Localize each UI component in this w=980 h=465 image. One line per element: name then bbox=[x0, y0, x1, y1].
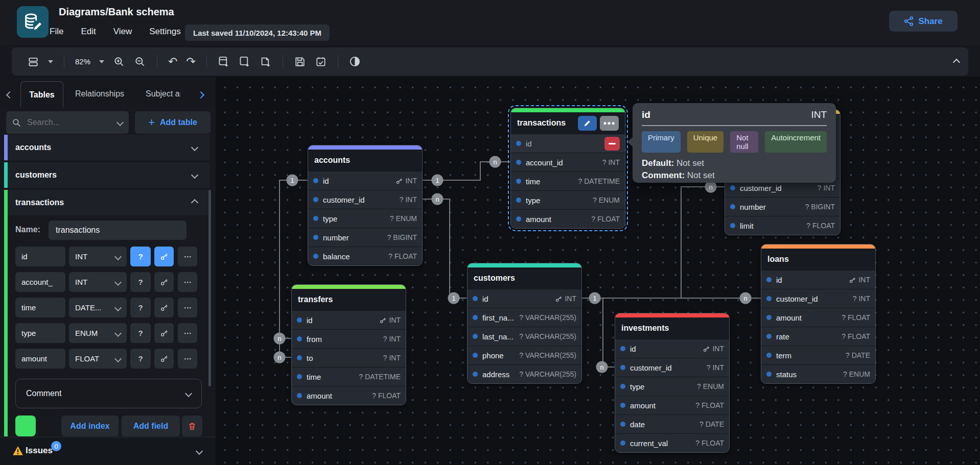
table-row[interactable]: amount? FLOAT bbox=[761, 308, 875, 327]
chevron-down-icon[interactable] bbox=[192, 170, 197, 180]
delete-field-button[interactable] bbox=[604, 137, 620, 151]
undo-icon[interactable]: ↶ bbox=[168, 56, 177, 67]
app-logo[interactable] bbox=[17, 6, 49, 38]
delete-table-button[interactable] bbox=[182, 415, 202, 436]
search-dropdown-icon[interactable] bbox=[116, 119, 124, 126]
connection-dot[interactable] bbox=[730, 204, 735, 209]
table-row[interactable]: number? BIGINT bbox=[725, 197, 840, 216]
table-row[interactable]: time? DATETIME bbox=[292, 367, 406, 386]
table-row[interactable]: first_na...? VARCHAR(255) bbox=[468, 308, 581, 327]
table-color-swatch[interactable] bbox=[15, 415, 36, 436]
canvas-table-transactions[interactable]: transactions ●●● id account_id? INT time… bbox=[510, 108, 625, 229]
table-row[interactable]: term? DATE bbox=[761, 346, 875, 364]
field-type-select[interactable]: FLOAT bbox=[69, 349, 127, 369]
table-row[interactable]: time? DATETIME bbox=[511, 172, 625, 190]
diagram-canvas[interactable]: 1 n n 1 n n 1 1 n n n customer_id? INT n… bbox=[216, 77, 980, 465]
connection-dot[interactable] bbox=[516, 216, 521, 222]
nullable-toggle[interactable]: ? bbox=[130, 247, 151, 266]
table-row[interactable]: rate? FLOAT bbox=[761, 327, 875, 346]
menu-view[interactable]: View bbox=[111, 26, 134, 38]
table-row[interactable]: account_id? INT bbox=[511, 153, 625, 172]
connection-dot[interactable] bbox=[516, 198, 521, 203]
connection-dot[interactable] bbox=[766, 353, 772, 358]
collapse-toolbar-icon[interactable] bbox=[954, 58, 959, 67]
table-row[interactable]: last_na...? VARCHAR(255) bbox=[468, 327, 581, 346]
connection-dot[interactable] bbox=[473, 372, 478, 377]
zoom-level[interactable]: 82% bbox=[75, 57, 90, 66]
table-row[interactable]: type? ENUM bbox=[511, 190, 625, 209]
canvas-table-accounts[interactable]: accounts idINT customer_id? INT type? EN… bbox=[308, 145, 423, 266]
edit-table-button[interactable] bbox=[578, 116, 597, 131]
connection-dot[interactable] bbox=[516, 141, 521, 146]
table-row[interactable]: type? ENUM bbox=[308, 209, 422, 228]
table-row[interactable]: idINT bbox=[761, 270, 875, 289]
connection-dot[interactable] bbox=[297, 374, 302, 379]
save-icon[interactable] bbox=[294, 56, 306, 68]
connection-dot[interactable] bbox=[766, 334, 772, 339]
table-row[interactable]: customer_id? INT bbox=[615, 358, 729, 377]
connection-dot[interactable] bbox=[766, 372, 772, 377]
tab-relationships[interactable]: Relationships bbox=[75, 80, 124, 107]
connection-dot[interactable] bbox=[297, 355, 302, 360]
field-name-input[interactable] bbox=[15, 323, 65, 343]
connection-dot[interactable] bbox=[730, 223, 735, 228]
table-row[interactable]: customer_id? INT bbox=[761, 289, 875, 308]
connection-dot[interactable] bbox=[313, 235, 318, 240]
add-table-icon[interactable] bbox=[218, 56, 230, 68]
table-row[interactable]: type? ENUM bbox=[615, 377, 729, 396]
nullable-toggle[interactable]: ? bbox=[130, 349, 151, 369]
menu-edit[interactable]: Edit bbox=[79, 26, 98, 38]
chevron-up-icon[interactable] bbox=[192, 198, 197, 207]
table-row[interactable]: limit? FLOAT bbox=[725, 216, 840, 235]
field-type-select[interactable]: ENUM bbox=[69, 323, 127, 343]
field-type-select[interactable]: INT bbox=[69, 247, 127, 266]
tabs-scroll-left-icon[interactable] bbox=[7, 90, 12, 100]
field-more-button[interactable]: ⋯ bbox=[178, 298, 197, 317]
tab-subject-areas[interactable]: Subject ar bbox=[146, 80, 180, 107]
field-name-input[interactable] bbox=[15, 349, 65, 369]
field-name-input[interactable] bbox=[15, 298, 65, 317]
nullable-toggle[interactable]: ? bbox=[130, 272, 151, 292]
sidebar-item-accounts[interactable]: accounts bbox=[4, 135, 209, 160]
table-row[interactable]: idINT bbox=[292, 310, 406, 329]
primary-key-toggle[interactable] bbox=[154, 272, 174, 292]
connection-dot[interactable] bbox=[620, 384, 625, 389]
connection-dot[interactable] bbox=[766, 315, 772, 320]
table-row[interactable]: idINT bbox=[308, 171, 422, 190]
connection-dot[interactable] bbox=[620, 440, 625, 446]
issues-bar[interactable]: Issues 0 bbox=[0, 437, 216, 465]
layout-icon[interactable] bbox=[27, 56, 39, 68]
field-more-button[interactable]: ⋯ bbox=[178, 323, 197, 343]
redo-icon[interactable]: ↷ bbox=[186, 56, 195, 67]
field-type-select[interactable]: INT bbox=[69, 272, 127, 292]
table-header[interactable]: accounts bbox=[308, 150, 422, 171]
layout-caret-icon[interactable] bbox=[48, 60, 53, 63]
field-name-input[interactable] bbox=[15, 247, 65, 266]
connection-dot[interactable] bbox=[516, 179, 521, 184]
table-header[interactable]: transfers bbox=[292, 289, 406, 310]
theme-contrast-icon[interactable] bbox=[349, 56, 361, 68]
table-row[interactable]: amount? FLOAT bbox=[615, 396, 729, 414]
table-row[interactable]: idINT bbox=[615, 339, 729, 358]
zoom-in-icon[interactable] bbox=[113, 56, 125, 68]
primary-key-toggle[interactable] bbox=[154, 247, 174, 266]
table-header[interactable]: customers bbox=[468, 267, 581, 289]
connection-dot[interactable] bbox=[473, 296, 478, 301]
table-row[interactable]: amount? FLOAT bbox=[511, 209, 625, 228]
field-type-select[interactable]: DATE... bbox=[69, 298, 127, 317]
todo-icon[interactable] bbox=[315, 56, 327, 68]
menu-settings[interactable]: Settings bbox=[147, 26, 182, 38]
table-more-button[interactable]: ●●● bbox=[600, 116, 619, 131]
add-field-button[interactable]: Add field bbox=[122, 415, 180, 436]
table-row[interactable]: amount? FLOAT bbox=[292, 386, 406, 405]
chevron-down-icon[interactable] bbox=[192, 143, 197, 152]
table-row[interactable]: to? INT bbox=[292, 348, 406, 367]
zoom-caret-icon[interactable] bbox=[99, 60, 104, 63]
table-row[interactable]: idINT bbox=[468, 289, 581, 308]
table-row[interactable]: customer_id? INT bbox=[308, 190, 422, 209]
nullable-toggle[interactable]: ? bbox=[130, 298, 151, 317]
comment-section[interactable]: Comment bbox=[15, 379, 202, 408]
connection-dot[interactable] bbox=[620, 346, 625, 351]
connection-dot[interactable] bbox=[297, 317, 302, 323]
connection-dot[interactable] bbox=[473, 353, 478, 358]
